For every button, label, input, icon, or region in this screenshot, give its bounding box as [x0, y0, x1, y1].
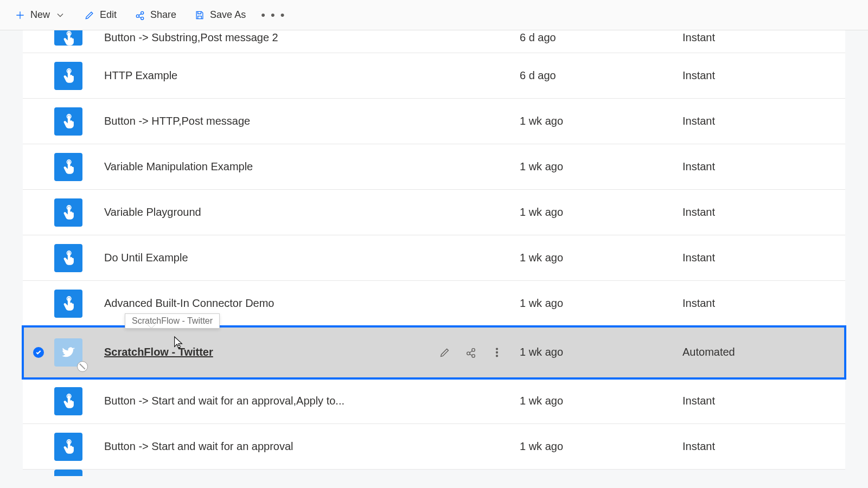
more-row-icon[interactable]: [490, 346, 503, 359]
flow-name[interactable]: Variable Playground: [82, 206, 433, 219]
touch-icon: [54, 153, 82, 181]
disabled-badge-icon: [77, 361, 88, 372]
flow-name[interactable]: Button -> Start and wait for an approval…: [82, 395, 433, 407]
type-cell: Instant: [682, 160, 845, 173]
touch-icon: [54, 198, 82, 227]
flow-name-link[interactable]: Button -> HTTP,Post message: [104, 115, 250, 127]
flow-name-link[interactable]: Button -> Start and wait for an approval…: [104, 395, 344, 407]
flow-row[interactable]: ScratchFlow - Twitter1 wk agoAutomatedSc…: [23, 326, 845, 378]
type-cell: Instant: [682, 297, 845, 310]
share-row-icon[interactable]: [464, 346, 477, 359]
flow-name-link[interactable]: Button -> Start and wait for an approval: [104, 440, 293, 452]
next-row-peek: [23, 470, 845, 476]
save-as-label: Save As: [210, 9, 246, 21]
plus-icon: [14, 9, 26, 21]
modified-cell: 6 d ago: [520, 30, 682, 44]
type-cell: Instant: [682, 206, 845, 219]
flow-name-link[interactable]: Variable Playground: [104, 206, 201, 218]
flow-name-link[interactable]: Advanced Built-In Connector Demo: [104, 297, 275, 309]
type-cell: Instant: [682, 69, 845, 82]
new-label: New: [30, 9, 50, 21]
modified-cell: 1 wk ago: [520, 115, 682, 127]
flow-name-link[interactable]: HTTP Example: [104, 69, 177, 81]
modified-cell: 1 wk ago: [520, 297, 682, 310]
checkmark-icon: [33, 347, 44, 358]
save-icon: [194, 9, 206, 21]
svg-point-15: [496, 355, 498, 356]
edit-label: Edit: [100, 9, 117, 21]
flow-row[interactable]: Variable Manipulation Example1 wk agoIns…: [23, 144, 845, 190]
touch-icon: [54, 470, 82, 476]
modified-cell: 1 wk ago: [520, 160, 682, 173]
svg-point-1: [141, 11, 144, 14]
flow-row[interactable]: Button -> Substring,Post message 26 d ag…: [23, 30, 845, 53]
type-cell: Instant: [682, 115, 845, 127]
row-select[interactable]: [23, 30, 54, 31]
type-cell: Instant: [682, 252, 845, 264]
modified-cell: 1 wk ago: [520, 395, 682, 407]
chevron-down-icon: [54, 9, 66, 21]
flow-name[interactable]: Button -> HTTP,Post message: [82, 115, 433, 127]
touch-icon: [54, 30, 82, 46]
flow-name[interactable]: Variable Manipulation Example: [82, 160, 433, 173]
flow-row[interactable]: Button -> Start and wait for an approval…: [23, 378, 845, 424]
svg-point-14: [496, 351, 498, 353]
flow-name-link[interactable]: Variable Manipulation Example: [104, 160, 253, 172]
edit-button[interactable]: Edit: [76, 5, 124, 25]
modified-cell: 6 d ago: [520, 69, 682, 82]
pencil-icon: [84, 9, 95, 21]
save-as-button[interactable]: Save As: [186, 5, 253, 25]
svg-point-2: [141, 17, 144, 20]
flow-name[interactable]: Button -> Start and wait for an approval: [82, 440, 433, 453]
touch-icon: [54, 290, 82, 318]
twitter-icon: [54, 338, 82, 367]
type-cell: Instant: [682, 30, 845, 44]
svg-point-11: [472, 348, 475, 351]
new-button[interactable]: New: [7, 5, 74, 25]
command-bar: New Edit Share Save As • • •: [0, 0, 868, 30]
modified-cell: 1 wk ago: [520, 346, 682, 358]
touch-icon: [54, 387, 82, 415]
share-label: Share: [150, 9, 176, 21]
more-button[interactable]: • • •: [256, 4, 291, 27]
flow-name[interactable]: Do Until Example: [82, 252, 433, 264]
flow-row[interactable]: Button -> HTTP,Post message1 wk agoInsta…: [23, 99, 845, 144]
row-actions: [433, 30, 520, 31]
svg-point-13: [496, 348, 498, 350]
flow-name-link[interactable]: Do Until Example: [104, 252, 188, 264]
type-cell: Instant: [682, 440, 845, 453]
mouse-cursor-icon: [173, 335, 184, 350]
flow-row[interactable]: Button -> Start and wait for an approval…: [23, 424, 845, 470]
flow-row[interactable]: HTTP Example6 d agoInstant: [23, 53, 845, 99]
flow-name[interactable]: ScratchFlow - Twitter: [82, 346, 433, 358]
svg-rect-18: [177, 346, 181, 348]
flow-list: Button -> Substring,Post message 26 d ag…: [23, 30, 845, 470]
touch-icon: [54, 433, 82, 461]
type-cell: Automated: [682, 346, 845, 358]
touch-icon: [54, 244, 82, 272]
touch-icon: [54, 107, 82, 136]
flow-row[interactable]: Do Until Example1 wk agoInstant: [23, 235, 845, 281]
flow-name[interactable]: HTTP Example: [82, 69, 433, 82]
type-cell: Instant: [682, 395, 845, 407]
flow-name-link[interactable]: Button -> Substring,Post message 2: [104, 31, 278, 43]
modified-cell: 1 wk ago: [520, 252, 682, 264]
flow-row[interactable]: Variable Playground1 wk agoInstant: [23, 190, 845, 235]
row-select[interactable]: [23, 347, 54, 358]
flow-name[interactable]: Button -> Substring,Post message 2: [82, 30, 433, 44]
edit-row-icon[interactable]: [438, 346, 451, 359]
modified-cell: 1 wk ago: [520, 206, 682, 219]
row-actions: [433, 346, 520, 359]
name-tooltip: ScratchFlow - Twitter: [125, 313, 220, 329]
share-icon: [134, 9, 146, 21]
svg-point-12: [472, 354, 475, 357]
flow-name-link[interactable]: ScratchFlow - Twitter: [104, 346, 213, 358]
touch-icon: [54, 62, 82, 90]
share-button[interactable]: Share: [126, 5, 184, 25]
flow-name[interactable]: Advanced Built-In Connector Demo: [82, 297, 433, 310]
modified-cell: 1 wk ago: [520, 440, 682, 453]
